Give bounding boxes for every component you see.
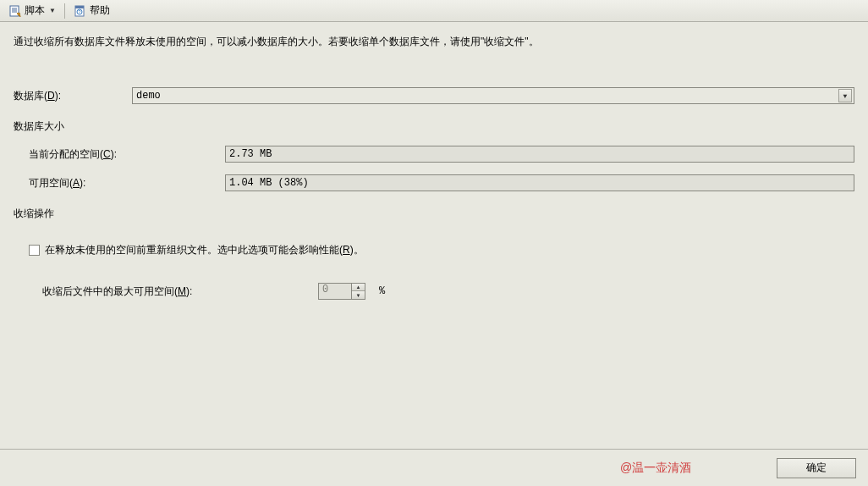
- help-menu[interactable]: ? 帮助: [70, 2, 113, 19]
- spinner-up-button[interactable]: ▲: [352, 284, 365, 291]
- allocated-space-label: 当前分配的空间(C):: [29, 147, 225, 162]
- ok-button[interactable]: 确定: [777, 458, 856, 478]
- dropdown-button[interactable]: ▼: [838, 89, 852, 102]
- shrink-section-header: 收缩操作: [14, 207, 854, 221]
- spinner-down-button[interactable]: ▼: [352, 291, 365, 299]
- toolbar-separator: [64, 3, 65, 19]
- footer: @温一壶清酒 确定: [0, 449, 868, 486]
- database-value: demo: [136, 90, 161, 102]
- dropdown-arrow-icon: ▼: [49, 7, 56, 14]
- watermark-text: @温一壶清酒: [620, 461, 691, 476]
- spinner-buttons: ▲ ▼: [352, 283, 365, 300]
- database-dropdown[interactable]: demo ▼: [132, 87, 854, 104]
- max-free-space-spinner: 0 ▲ ▼: [318, 283, 365, 300]
- script-icon: [8, 4, 22, 18]
- script-label: 脚本: [25, 3, 45, 18]
- percent-label: %: [379, 285, 385, 297]
- max-free-space-row: 收缩后文件中的最大可用空间(M): 0 ▲ ▼ %: [42, 283, 854, 300]
- available-space-label: 可用空间(A):: [29, 176, 225, 191]
- size-section-header: 数据库大小: [14, 119, 854, 134]
- content-area: 通过收缩所有数据库文件释放未使用的空间，可以减小数据库的大小。若要收缩单个数据库…: [0, 22, 868, 449]
- allocated-space-value: 2.73 MB: [225, 146, 854, 163]
- toolbar: 脚本 ▼ ? 帮助: [0, 0, 868, 22]
- script-menu[interactable]: 脚本 ▼: [5, 2, 59, 19]
- help-icon: ?: [74, 4, 87, 18]
- reorganize-checkbox[interactable]: [29, 245, 40, 256]
- spinner-input[interactable]: 0: [318, 283, 352, 300]
- max-free-space-label: 收缩后文件中的最大可用空间(M):: [42, 284, 311, 299]
- available-space-row: 可用空间(A): 1.04 MB (38%): [29, 174, 854, 191]
- reorganize-checkbox-row: 在释放未使用的空间前重新组织文件。选中此选项可能会影响性能(R)。: [29, 243, 854, 257]
- help-label: 帮助: [90, 3, 110, 18]
- database-row: 数据库(D): demo ▼: [14, 87, 854, 104]
- svg-rect-5: [75, 6, 84, 8]
- allocated-space-row: 当前分配的空间(C): 2.73 MB: [29, 146, 854, 163]
- available-space-value: 1.04 MB (38%): [225, 174, 854, 191]
- database-label: 数据库(D):: [14, 89, 132, 103]
- description-text: 通过收缩所有数据库文件释放未使用的空间，可以减小数据库的大小。若要收缩单个数据库…: [14, 34, 854, 50]
- reorganize-checkbox-label: 在释放未使用的空间前重新组织文件。选中此选项可能会影响性能(R)。: [45, 243, 364, 257]
